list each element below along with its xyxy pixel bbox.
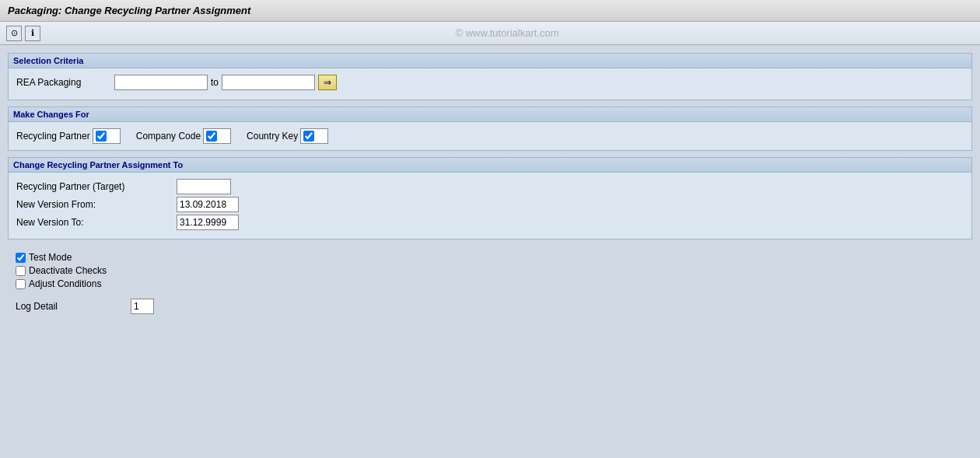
- target-input[interactable]: [177, 179, 231, 194]
- make-changes-section: Make Changes For Recycling Partner Compa…: [8, 107, 972, 151]
- make-changes-body: Recycling Partner Company Code Country K…: [9, 122, 971, 150]
- company-code-field: Company Code: [136, 128, 231, 144]
- selection-criteria-section: Selection Criteria REA Packaging to ⇒: [8, 53, 972, 100]
- change-assignment-header: Change Recycling Partner Assignment To: [9, 158, 971, 173]
- test-mode-row: Test Mode: [16, 252, 964, 263]
- new-version-to-label: New Version To:: [16, 217, 172, 228]
- rea-arrow-button[interactable]: ⇒: [318, 75, 337, 90]
- recycling-partner-field: Recycling Partner: [16, 128, 121, 144]
- country-key-label: Country Key: [247, 131, 298, 142]
- info-icon[interactable]: ℹ: [25, 26, 40, 41]
- new-version-from-row: New Version From:: [16, 197, 964, 212]
- recycling-partner-checkbox-container: [93, 128, 121, 144]
- rea-range-input: to ⇒: [114, 75, 337, 90]
- rea-from-input[interactable]: [114, 75, 208, 90]
- company-code-checkbox-container: [203, 128, 231, 144]
- make-changes-row: Recycling Partner Company Code Country K…: [16, 128, 964, 144]
- page-title: Packaging: Change Recycling Partner Assi…: [8, 5, 250, 16]
- new-version-from-input[interactable]: [177, 197, 239, 212]
- selection-criteria-body: REA Packaging to ⇒: [9, 68, 971, 100]
- company-code-label: Company Code: [136, 131, 201, 142]
- new-version-to-input[interactable]: [177, 215, 239, 230]
- country-key-checkbox[interactable]: [303, 131, 314, 142]
- to-label: to: [211, 77, 219, 88]
- selection-criteria-header: Selection Criteria: [9, 54, 971, 68]
- recycling-partner-label: Recycling Partner: [16, 131, 90, 142]
- log-detail-label: Log Detail: [16, 301, 124, 312]
- log-detail-input[interactable]: [131, 299, 154, 314]
- change-assignment-body: Recycling Partner (Target) New Version F…: [9, 173, 971, 239]
- country-key-field: Country Key: [247, 128, 328, 144]
- toolbar: ⊙ ℹ © www.tutorialkart.com: [0, 22, 980, 45]
- deactivate-checks-row: Deactivate Checks: [16, 265, 964, 276]
- watermark: © www.tutorialkart.com: [40, 27, 974, 39]
- adjust-conditions-label: Adjust Conditions: [29, 278, 101, 289]
- rea-packaging-label: REA Packaging: [16, 77, 110, 88]
- change-assignment-section: Change Recycling Partner Assignment To R…: [8, 157, 972, 239]
- rea-packaging-row: REA Packaging to ⇒: [16, 75, 964, 90]
- target-row: Recycling Partner (Target): [16, 179, 964, 194]
- arrow-icon: ⇒: [324, 77, 331, 88]
- country-key-checkbox-container: [300, 128, 328, 144]
- options-section: Test Mode Deactivate Checks Adjust Condi…: [8, 246, 972, 320]
- adjust-conditions-row: Adjust Conditions: [16, 278, 964, 289]
- new-version-from-label: New Version From:: [16, 199, 172, 210]
- recycling-partner-checkbox[interactable]: [96, 131, 107, 142]
- company-code-checkbox[interactable]: [206, 131, 217, 142]
- main-content: Selection Criteria REA Packaging to ⇒ Ma…: [0, 45, 980, 328]
- back-icon[interactable]: ⊙: [6, 26, 22, 41]
- adjust-conditions-checkbox[interactable]: [16, 279, 26, 289]
- toolbar-icons: ⊙ ℹ: [6, 26, 40, 41]
- deactivate-checks-checkbox[interactable]: [16, 266, 26, 276]
- test-mode-checkbox[interactable]: [16, 253, 26, 263]
- new-version-to-row: New Version To:: [16, 215, 964, 230]
- rea-to-input[interactable]: [222, 75, 315, 90]
- target-label: Recycling Partner (Target): [16, 181, 172, 192]
- title-bar: Packaging: Change Recycling Partner Assi…: [0, 0, 980, 22]
- log-detail-row: Log Detail: [16, 299, 964, 314]
- test-mode-label: Test Mode: [29, 252, 72, 263]
- deactivate-checks-label: Deactivate Checks: [29, 265, 107, 276]
- make-changes-header: Make Changes For: [9, 107, 971, 122]
